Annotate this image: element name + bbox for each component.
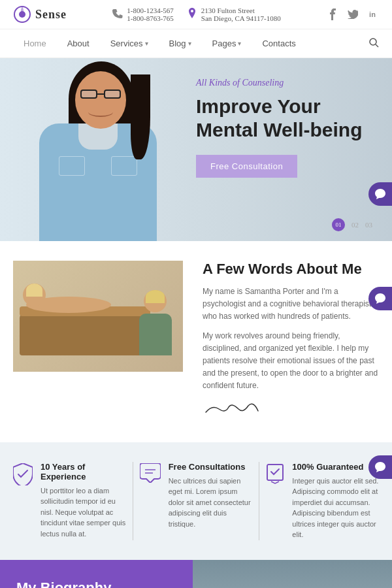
nav-item-about[interactable]: About: [57, 31, 100, 56]
stat-guaranteed-text: Integer quis auctor elit sed. Adipiscing…: [292, 476, 379, 540]
slide-indicator-3[interactable]: 03: [365, 221, 372, 229]
chat-float-about[interactable]: [368, 287, 392, 310]
phone2: 1-800-8763-765: [127, 14, 174, 22]
navigation: Home About Services ▾ Blog ▾ Pages ▾ Con…: [0, 29, 392, 58]
stat-guaranteed: 100% Guaranteed Integer quis auctor elit…: [266, 462, 379, 540]
stat-divider-1: [133, 462, 133, 540]
about-title: A Few Words About Me: [203, 261, 379, 278]
phone-numbers: 1-800-1234-567 1-800-8763-765: [127, 7, 174, 22]
nav-items: Home About Services ▾ Blog ▾ Pages ▾ Con…: [13, 31, 368, 56]
nav-item-pages[interactable]: Pages ▾: [202, 31, 252, 56]
chat-float-hero[interactable]: [368, 182, 392, 206]
logo-icon: [13, 5, 31, 24]
shirt-pocket-right: [111, 156, 137, 176]
hero-section: All Kinds of Counseling Improve Your Men…: [0, 58, 392, 241]
biography-title: My Biography: [16, 580, 176, 589]
free-consultation-button[interactable]: Free Consultation: [196, 155, 297, 178]
svg-line-3: [376, 44, 378, 47]
hero-indicators: 01 02 03: [332, 218, 372, 231]
address: 2130 Fulton Street San Diego, CA 94117-1…: [201, 7, 281, 22]
phone-icon: [112, 8, 123, 21]
couch: [20, 313, 150, 355]
hero-title: Improve Your Mental Well-being: [196, 95, 379, 142]
nav-item-home[interactable]: Home: [13, 31, 57, 56]
shield-icon: [13, 463, 33, 490]
facebook-icon[interactable]: [327, 8, 340, 21]
nav-item-blog[interactable]: Blog ▾: [159, 31, 202, 56]
twitter-icon[interactable]: [346, 8, 359, 21]
search-button[interactable]: [368, 37, 379, 50]
patient-hair: [26, 284, 42, 297]
bio-landscape: [193, 560, 392, 589]
hero-subtitle: All Kinds of Counseling: [196, 78, 379, 88]
address1: 2130 Fulton Street: [201, 7, 281, 14]
location-icon: [187, 8, 197, 21]
blog-dropdown-arrow: ▾: [188, 40, 191, 47]
hero-image: [0, 58, 209, 241]
therapist-body: [139, 314, 172, 355]
biography-right: [193, 560, 392, 589]
hero-person-figure: [20, 61, 189, 241]
about-section: A Few Words About Me My name is Samantha…: [0, 241, 392, 442]
badge-icon: [266, 463, 284, 489]
stats-section: 10 Years of Experience Ut porttitor leo …: [0, 442, 392, 560]
contact-info: 1-800-1234-567 1-800-8763-765 2130 Fulto…: [112, 7, 280, 22]
stat-experience-title: 10 Years of Experience: [41, 462, 126, 482]
stat-guaranteed-content: 100% Guaranteed Integer quis auctor elit…: [292, 462, 379, 540]
stat-experience-text: Ut porttitor leo a diam sollicitudin tem…: [41, 485, 126, 540]
stat-consultations: Free Consultations Nec ultrices dui sapi…: [140, 462, 253, 540]
nav-item-contacts[interactable]: Contacts: [252, 31, 306, 56]
logo-text: Sense: [35, 8, 67, 22]
therapy-scene: [13, 261, 183, 372]
services-dropdown-arrow: ▾: [145, 40, 148, 47]
biography-left: My Biography I was born in Los Angeles, …: [0, 560, 193, 589]
shirt-pocket: [59, 156, 85, 176]
signature-svg: [203, 399, 261, 419]
pages-dropdown-arrow: ▾: [238, 40, 241, 47]
nav-item-services[interactable]: Services ▾: [100, 31, 159, 56]
address2: San Diego, CA 94117-1080: [201, 14, 281, 22]
glasses-left: [80, 90, 97, 99]
hair-side: [131, 74, 150, 159]
about-image: [13, 261, 183, 372]
about-paragraph2: My work revolves around being friendly, …: [203, 330, 379, 393]
chat-icon: [140, 463, 161, 487]
logo[interactable]: Sense: [13, 5, 67, 24]
stat-guaranteed-title: 100% Guaranteed: [292, 462, 379, 472]
mouth: [88, 107, 113, 117]
signature: [203, 399, 379, 423]
chat-float-stats[interactable]: [368, 455, 392, 479]
phone-contact: 1-800-1234-567 1-800-8763-765: [112, 7, 174, 22]
patient-head: [23, 284, 46, 306]
phone1: 1-800-1234-567: [127, 7, 174, 14]
stat-consultations-content: Free Consultations Nec ultrices dui sapi…: [169, 462, 253, 530]
stat-consultations-text: Nec ultrices dui sapien eget mi. Lorem i…: [169, 476, 253, 530]
linkedin-icon[interactable]: in: [366, 8, 379, 21]
about-content: A Few Words About Me My name is Samantha…: [203, 261, 379, 423]
address-contact: 2130 Fulton Street San Diego, CA 94117-1…: [187, 7, 281, 22]
stat-experience-content: 10 Years of Experience Ut porttitor leo …: [41, 462, 126, 540]
biography-section: My Biography I was born in Los Angeles, …: [0, 560, 392, 589]
therapist-hair: [146, 290, 165, 303]
stat-divider-2: [259, 462, 259, 540]
sky: [193, 560, 392, 589]
therapist: [137, 290, 173, 355]
stat-consultations-title: Free Consultations: [169, 462, 253, 472]
social-icons: in: [327, 8, 379, 21]
stat-experience: 10 Years of Experience Ut porttitor leo …: [13, 462, 126, 540]
slide-indicator-1[interactable]: 01: [332, 218, 345, 231]
hero-content: All Kinds of Counseling Improve Your Men…: [196, 78, 379, 178]
about-paragraph1: My name is Samantha Porter and I'm a psy…: [203, 286, 379, 323]
therapist-head: [144, 290, 167, 312]
top-bar: Sense 1-800-1234-567 1-800-8763-765 2130…: [0, 0, 392, 29]
svg-point-2: [370, 39, 376, 45]
slide-indicator-2[interactable]: 02: [351, 221, 359, 229]
glasses-bridge: [97, 93, 104, 95]
face: [75, 71, 126, 129]
glasses-right: [104, 90, 121, 99]
